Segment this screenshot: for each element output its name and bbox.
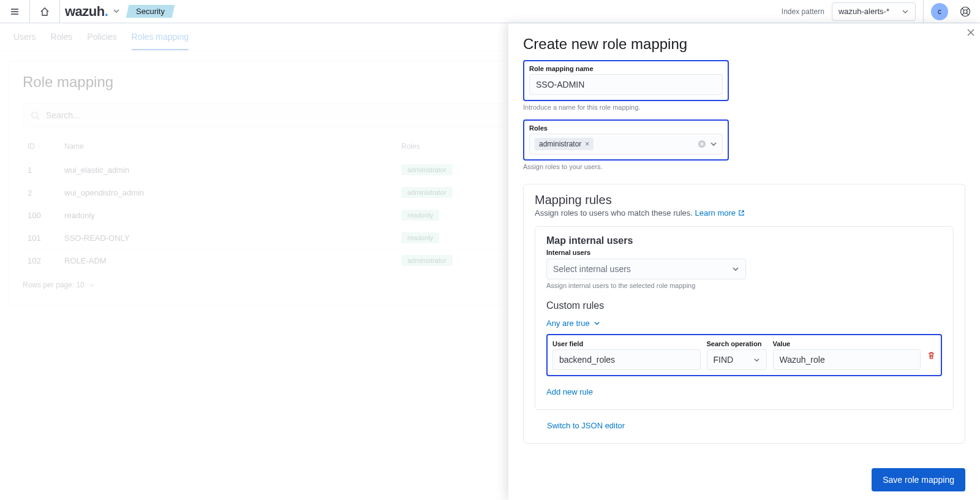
name-label: Role mapping name — [529, 65, 723, 72]
internal-users-label: Internal users — [546, 249, 942, 256]
rule-value-input[interactable] — [773, 349, 921, 370]
delete-rule-button[interactable] — [927, 351, 936, 363]
internal-users-select[interactable]: Select internal users — [546, 259, 746, 279]
trash-icon — [927, 351, 936, 360]
name-helper: Introduce a name for this role mapping. — [523, 104, 965, 111]
brand-logo[interactable]: wazuh. — [65, 4, 108, 20]
role-mapping-name-field: Role mapping name — [523, 60, 729, 101]
home-icon — [39, 6, 50, 17]
tab-roles[interactable]: Roles — [51, 32, 73, 50]
chevron-down-icon — [88, 282, 95, 289]
help-button[interactable] — [956, 2, 975, 21]
roles-helper: Assign roles to your users. — [523, 163, 965, 170]
topbar: wazuh. Security Index pattern wazuh-aler… — [0, 0, 980, 23]
index-pattern-value: wazuh-alerts-* — [839, 7, 889, 16]
col-name[interactable]: Name — [59, 135, 396, 159]
flyout-close-button[interactable] — [967, 28, 975, 39]
close-icon — [967, 28, 975, 37]
custom-rules-title: Custom rules — [546, 300, 942, 311]
user-field-label: User field — [552, 340, 701, 347]
roles-label: Roles — [529, 124, 723, 132]
roles-combobox[interactable]: administrator × — [529, 134, 723, 154]
user-avatar[interactable]: c — [931, 3, 948, 20]
hamburger-icon — [10, 7, 20, 17]
search-icon — [31, 111, 40, 120]
role-badge: administrator — [401, 164, 453, 175]
breadcrumb-security[interactable]: Security — [126, 5, 175, 18]
clear-icon[interactable] — [698, 140, 706, 148]
svg-point-1 — [963, 10, 967, 13]
nav-toggle-button[interactable] — [5, 2, 24, 21]
switch-json-editor-link[interactable]: Switch to JSON editor — [535, 421, 625, 430]
role-badge: administrator — [401, 187, 453, 198]
col-id[interactable]: ID↑ — [23, 135, 59, 159]
brand-text: wazuh — [65, 4, 105, 20]
tab-policies[interactable]: Policies — [87, 32, 116, 50]
match-mode-select[interactable]: Any are true — [546, 319, 600, 328]
mapping-rules-panel: Mapping rules Assign roles to users who … — [523, 184, 965, 444]
lifebuoy-icon — [960, 6, 971, 17]
chevron-down-icon — [594, 320, 600, 327]
create-role-mapping-flyout: Create new role mapping Role mapping nam… — [508, 23, 980, 500]
brand-dot: . — [105, 4, 108, 20]
tab-users[interactable]: Users — [13, 32, 36, 50]
chevron-down-icon — [732, 265, 739, 273]
role-badge: administrator — [401, 255, 453, 266]
flyout-title: Create new role mapping — [523, 36, 965, 53]
chevron-down-icon[interactable] — [113, 6, 120, 17]
tab-roles-mapping[interactable]: Roles mapping — [132, 32, 189, 50]
role-tag-administrator: administrator × — [535, 138, 594, 150]
mapping-rules-subtitle: Assign roles to users who match these ru… — [535, 208, 954, 218]
custom-rule-row: User field Search operation FIND Val — [546, 334, 942, 376]
search-operation-select[interactable]: FIND — [707, 349, 767, 370]
chevron-down-icon — [753, 357, 760, 363]
add-new-rule-link[interactable]: Add new rule — [546, 387, 593, 396]
mapping-rules-title: Mapping rules — [535, 193, 954, 207]
role-mapping-name-input[interactable] — [529, 74, 723, 95]
chevron-down-icon — [902, 8, 909, 15]
sort-asc-icon: ↑ — [37, 143, 41, 150]
role-badge: readonly — [401, 210, 439, 221]
learn-more-link[interactable]: Learn more — [695, 208, 745, 218]
save-role-mapping-button[interactable]: Save role mapping — [872, 468, 965, 491]
chevron-down-icon[interactable] — [710, 140, 717, 148]
roles-field: Roles administrator × — [523, 119, 729, 161]
index-pattern-select[interactable]: wazuh-alerts-* — [832, 2, 916, 21]
rules-sub-panel: Map internal users Internal users Select… — [535, 226, 954, 410]
user-field-input[interactable] — [552, 349, 701, 370]
svg-point-2 — [32, 112, 37, 117]
external-link-icon — [738, 210, 745, 216]
value-label: Value — [773, 340, 921, 347]
search-operation-label: Search operation — [707, 340, 767, 347]
map-internal-users-title: Map internal users — [546, 235, 942, 246]
role-badge: readonly — [401, 232, 439, 243]
remove-role-button[interactable]: × — [585, 140, 589, 148]
index-pattern-label: Index pattern — [782, 7, 824, 16]
home-button[interactable] — [35, 2, 55, 21]
internal-users-helper: Assign internal users to the selected ro… — [546, 282, 942, 289]
